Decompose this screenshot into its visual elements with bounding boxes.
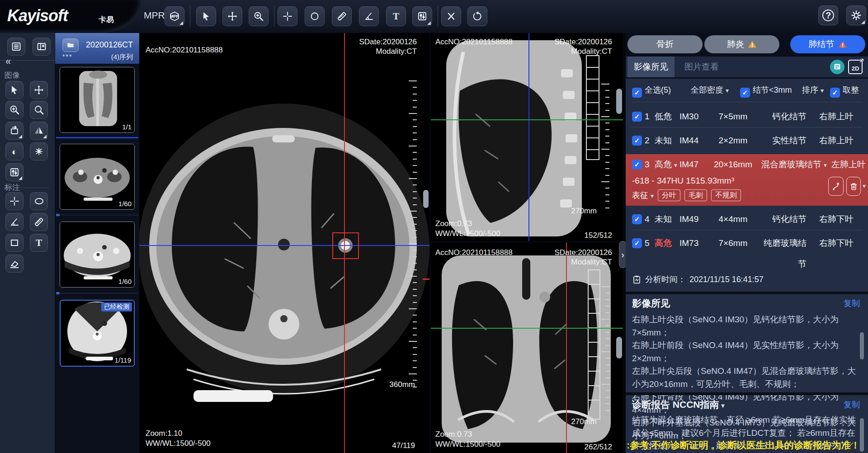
select-all-checkbox[interactable] bbox=[632, 79, 642, 101]
series-thumbnail-4-selected[interactable]: 已经检测 1/119 bbox=[60, 300, 135, 367]
nodule-size: 7×5mm bbox=[707, 106, 759, 127]
axial-crosshair-horizontal[interactable] bbox=[139, 245, 429, 246]
folder-icon[interactable] bbox=[62, 38, 79, 52]
copy-findings-link[interactable]: 复制 bbox=[844, 298, 860, 309]
feature-chip[interactable]: 分叶 bbox=[658, 189, 680, 201]
nodule-row-5[interactable]: 5 高危 IM73 7×6mm 纯磨玻璃结节 右肺下叶 bbox=[626, 233, 868, 254]
checkbox-checked-icon[interactable] bbox=[632, 214, 642, 224]
close-layout-button[interactable] bbox=[33, 38, 51, 56]
sort-dropdown[interactable]: 排序 bbox=[802, 79, 824, 101]
sagittal-crosshair-vertical[interactable] bbox=[528, 33, 529, 241]
crosshair-annotate-button[interactable] bbox=[5, 192, 24, 210]
tab-image-view[interactable]: 图片查看 bbox=[678, 57, 725, 77]
flip-tool-side[interactable] bbox=[30, 122, 48, 140]
series-thumbnail-3[interactable]: 1/60 bbox=[60, 222, 135, 288]
feature-chip[interactable]: 毛刺 bbox=[684, 189, 707, 201]
nodule-row-2[interactable]: 2 未知 IM44 2×2mm 实性结节 右肺上叶 bbox=[626, 130, 868, 151]
crosshair-icon bbox=[282, 11, 293, 22]
sagittal-crosshair-horizontal[interactable] bbox=[431, 119, 623, 120]
help-button[interactable] bbox=[818, 5, 838, 25]
nodule-risk-dropdown[interactable]: 高危 bbox=[655, 154, 677, 175]
feature-chip[interactable]: 不规则 bbox=[711, 189, 741, 201]
axial-viewport[interactable]: AccNO:202101158888 SDate:20200126 Modali… bbox=[139, 33, 429, 453]
sagittal-scrollbar-thumb[interactable] bbox=[616, 89, 622, 114]
pointer-tool-button[interactable] bbox=[196, 6, 216, 26]
rotate-tool-side[interactable] bbox=[5, 122, 24, 140]
settings-button[interactable] bbox=[846, 5, 866, 25]
checkbox-checked-icon[interactable] bbox=[632, 160, 642, 170]
module-fracture[interactable]: 骨折 bbox=[627, 35, 703, 53]
zoom-tool-button[interactable] bbox=[249, 6, 269, 26]
coronal-crosshair-vertical[interactable] bbox=[566, 243, 567, 453]
tab-imaging-findings[interactable]: 影像所见 bbox=[627, 57, 675, 77]
eraser-button[interactable] bbox=[5, 255, 24, 273]
nodule-type-dropdown[interactable]: 混合磨玻璃结节 bbox=[752, 154, 827, 175]
select-all-label[interactable]: 全选(5) bbox=[645, 79, 671, 101]
module-pneumonia[interactable]: 肺炎 bbox=[704, 35, 779, 53]
module-lung-nodule[interactable]: 肺结节 bbox=[790, 35, 865, 53]
nodule-row-1[interactable]: 1 低危 IM30 7×5mm 钙化结节 右肺上叶 bbox=[626, 106, 868, 127]
delete-nodule-button[interactable] bbox=[846, 177, 861, 196]
mpr-layout-button[interactable]: MPR bbox=[165, 6, 184, 26]
round-checkbox[interactable] bbox=[830, 79, 840, 101]
nodule-row-4[interactable]: 4 未知 IM49 4×4mm 钙化结节 右肺下叶 bbox=[626, 209, 868, 230]
nodule-row-3-header[interactable]: 3 高危 IM47 20×16mm 混合磨玻璃结节 左肺上叶 bbox=[626, 154, 868, 175]
clear-annotations-button[interactable] bbox=[441, 6, 461, 26]
magnify-tool-side[interactable] bbox=[30, 101, 48, 119]
text-tool-button[interactable] bbox=[386, 6, 406, 26]
text-annotate-button[interactable] bbox=[30, 234, 48, 252]
report-scrollbar-thumb[interactable] bbox=[860, 418, 864, 452]
brightness-tool-side[interactable] bbox=[30, 142, 48, 160]
reset-button[interactable] bbox=[467, 6, 487, 26]
findings-line: 左肺上叶尖后段（SeNO.4 IM47）见混合磨玻璃结节影，大小为20×16mm… bbox=[632, 365, 860, 391]
crosshair-tool-button[interactable] bbox=[278, 6, 297, 26]
window-level-button[interactable] bbox=[412, 6, 432, 26]
study-header[interactable]: 20200126CT *** (4)序列 bbox=[55, 33, 139, 64]
coronal-scrollbar-thumb[interactable] bbox=[616, 337, 622, 359]
report-bubble-button[interactable] bbox=[830, 60, 844, 74]
round-label[interactable]: 取整 bbox=[843, 79, 859, 101]
checkbox-checked-icon[interactable] bbox=[632, 112, 642, 122]
ruler-annotate-button[interactable] bbox=[30, 213, 48, 231]
collapse-sidebar-button[interactable] bbox=[5, 57, 11, 66]
series-thumbnail-2[interactable]: 1/60 bbox=[60, 144, 135, 210]
features-dropdown[interactable]: 表征 bbox=[632, 190, 654, 201]
series-list-button[interactable] bbox=[7, 38, 25, 56]
rect-annotate-button[interactable] bbox=[5, 234, 24, 252]
module-label: 肺结节 bbox=[809, 38, 835, 50]
ruler-tool-button[interactable] bbox=[332, 6, 352, 26]
pointer-tool-side[interactable] bbox=[5, 81, 24, 99]
nodule-roi-box[interactable] bbox=[332, 232, 359, 259]
view-2d-button[interactable]: 2D bbox=[848, 60, 863, 74]
angle-annotate-button[interactable] bbox=[5, 213, 24, 231]
checkbox-checked-icon[interactable] bbox=[632, 238, 642, 248]
checkbox-checked-icon[interactable] bbox=[830, 88, 840, 98]
checkbox-checked-icon[interactable] bbox=[632, 88, 642, 98]
ellipse-tool-button[interactable] bbox=[305, 6, 325, 26]
copy-report-link[interactable]: 复制 bbox=[844, 399, 860, 410]
lt3mm-checkbox[interactable] bbox=[740, 79, 750, 101]
density-filter-dropdown[interactable]: 全部密度 bbox=[691, 79, 729, 101]
checkbox-checked-icon[interactable] bbox=[740, 88, 750, 98]
ellipse-annotate-button[interactable] bbox=[30, 192, 48, 210]
coronal-viewport[interactable]: AccNO:202101158888 SDate:20200126 Modali… bbox=[431, 243, 623, 453]
coronal-crosshair-horizontal[interactable] bbox=[431, 328, 623, 329]
levels-tool-side[interactable] bbox=[5, 163, 24, 181]
findings-scrollbar-thumb[interactable] bbox=[860, 332, 864, 359]
report-title-dropdown[interactable]: 诊断报告 NCCN指南 bbox=[632, 398, 725, 411]
pan-tool-side[interactable] bbox=[30, 81, 48, 99]
sagittal-viewport[interactable]: AccNO:202101158888 SDate:20200126 Modali… bbox=[431, 33, 623, 241]
series-thumbnail-1[interactable]: 1/1 bbox=[60, 67, 135, 133]
sagittal-ruler bbox=[601, 84, 609, 214]
axial-scrollbar-thumb[interactable] bbox=[423, 190, 429, 208]
nodule-row-3-selected[interactable]: 3 高危 IM47 20×16mm 混合磨玻璃结节 左肺上叶 -618 - 34… bbox=[626, 154, 868, 206]
analysis-time-row: 分析时间： 2021/11/15 16:41:57 bbox=[632, 274, 764, 285]
checkbox-checked-icon[interactable] bbox=[632, 136, 642, 146]
invert-tool-side[interactable] bbox=[5, 142, 24, 160]
nodule-location: 右肺下叶 bbox=[810, 233, 854, 254]
pan-tool-button[interactable] bbox=[222, 6, 242, 26]
lt3mm-label[interactable]: 结节<3mm bbox=[753, 79, 792, 101]
angle-tool-button[interactable] bbox=[359, 6, 379, 26]
zoom-in-tool-side[interactable] bbox=[5, 101, 24, 119]
locate-nodule-button[interactable] bbox=[828, 177, 844, 196]
